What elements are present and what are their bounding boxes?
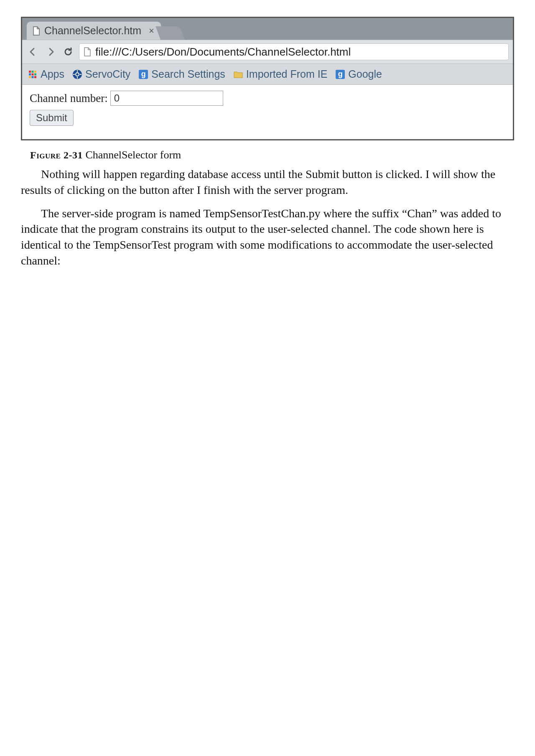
svg-rect-4 bbox=[32, 73, 34, 75]
body-paragraph: The server-side program is named TempSen… bbox=[21, 206, 514, 269]
bookmark-label: ServoCity bbox=[85, 68, 130, 80]
svg-point-10 bbox=[76, 73, 79, 76]
figure-label: Figure bbox=[30, 150, 61, 160]
bookmark-label: Apps bbox=[41, 68, 64, 80]
servocity-icon bbox=[73, 70, 82, 79]
figure-caption: Figure 2-31 ChannelSelector form bbox=[30, 149, 514, 161]
address-bar[interactable]: file:///C:/Users/Don/Documents/ChannelSe… bbox=[79, 43, 509, 60]
svg-rect-0 bbox=[29, 71, 31, 73]
rendered-page-content: Channel number: Submit bbox=[22, 85, 513, 139]
submit-button[interactable]: Submit bbox=[30, 110, 74, 126]
bookmark-label: Google bbox=[348, 68, 382, 80]
svg-rect-2 bbox=[34, 71, 36, 73]
svg-rect-6 bbox=[29, 76, 31, 78]
bookmark-servocity[interactable]: ServoCity bbox=[73, 68, 130, 80]
bookmark-apps[interactable]: Apps bbox=[28, 68, 64, 80]
forward-button[interactable] bbox=[44, 45, 57, 59]
google-g-icon: g bbox=[139, 70, 148, 79]
figure-text: ChannelSelector form bbox=[85, 149, 181, 161]
channel-form-row: Channel number: bbox=[30, 91, 505, 106]
bookmark-google[interactable]: g Google bbox=[336, 68, 382, 80]
google-g-icon: g bbox=[336, 70, 345, 79]
page-icon bbox=[84, 47, 91, 56]
file-page-icon bbox=[33, 26, 40, 36]
channel-number-label: Channel number: bbox=[30, 92, 108, 105]
url-text: file:///C:/Users/Don/Documents/ChannelSe… bbox=[95, 46, 351, 59]
svg-rect-5 bbox=[34, 73, 36, 75]
bookmark-imported-from-ie[interactable]: Imported From IE bbox=[234, 68, 328, 80]
tab-title: ChannelSelector.htm bbox=[44, 25, 141, 37]
svg-rect-8 bbox=[34, 76, 36, 78]
figure-number: 2-31 bbox=[64, 150, 83, 160]
back-button[interactable] bbox=[26, 45, 40, 59]
svg-rect-1 bbox=[32, 71, 34, 73]
browser-nav-row: file:///C:/Users/Don/Documents/ChannelSe… bbox=[22, 40, 513, 64]
bookmark-label: Imported From IE bbox=[246, 68, 328, 80]
body-paragraph: Nothing will happen regarding database a… bbox=[21, 166, 514, 198]
bookmarks-bar: Apps ServoCity g Search Settings Importe… bbox=[22, 64, 513, 85]
reload-button[interactable] bbox=[61, 45, 75, 59]
bookmark-search-settings[interactable]: g Search Settings bbox=[139, 68, 225, 80]
browser-window-screenshot: ChannelSelector.htm × file:///C:/Users/D… bbox=[21, 17, 514, 140]
browser-tab-strip: ChannelSelector.htm × bbox=[22, 18, 513, 40]
bookmark-label: Search Settings bbox=[151, 68, 225, 80]
close-tab-icon[interactable]: × bbox=[149, 25, 154, 36]
document-page: ChannelSelector.htm × file:///C:/Users/D… bbox=[0, 0, 535, 293]
svg-rect-3 bbox=[29, 73, 31, 75]
svg-rect-7 bbox=[32, 76, 34, 78]
browser-tab[interactable]: ChannelSelector.htm × bbox=[26, 21, 161, 40]
folder-icon bbox=[234, 70, 243, 79]
channel-number-input[interactable] bbox=[110, 91, 223, 106]
apps-icon bbox=[28, 70, 37, 79]
new-tab-ghost[interactable] bbox=[155, 26, 185, 40]
